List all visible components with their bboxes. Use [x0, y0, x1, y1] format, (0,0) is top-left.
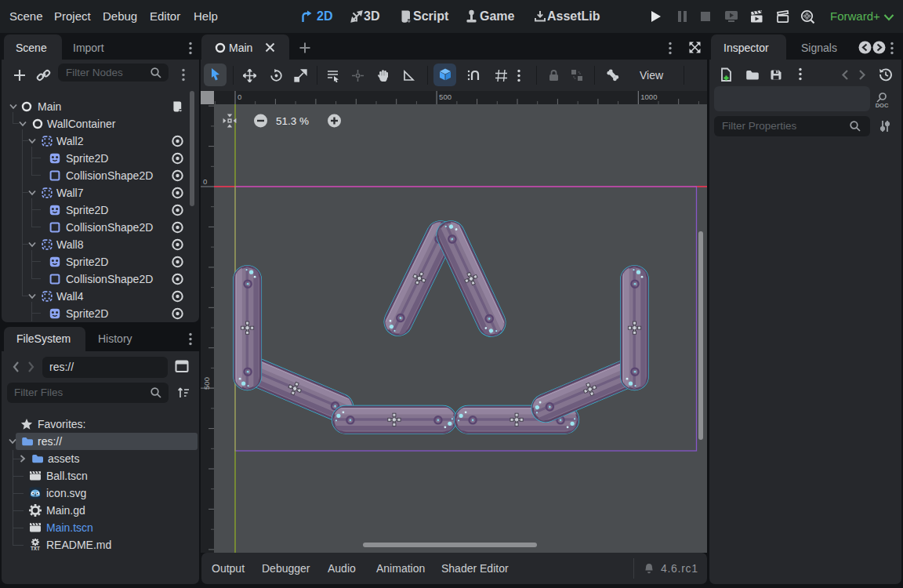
svg-text:TXT: TXT — [31, 546, 40, 551]
svg-text:DOC: DOC — [876, 102, 889, 109]
svg-text:0: 0 — [203, 177, 207, 186]
svg-text:500: 500 — [202, 377, 211, 390]
svg-text:0: 0 — [238, 93, 241, 101]
svg-text:51.3 %: 51.3 % — [276, 115, 309, 127]
svg-text:1000: 1000 — [640, 93, 657, 101]
svg-text:500: 500 — [439, 93, 452, 101]
